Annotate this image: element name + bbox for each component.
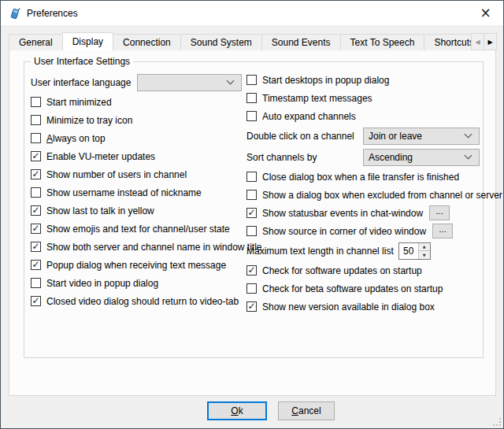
language-label: User interface language — [31, 77, 131, 88]
ok-button[interactable]: Ok — [207, 401, 267, 420]
checkbox-label: Minimize to tray icon — [46, 115, 132, 126]
language-row: User interface language — [31, 72, 242, 93]
checkbox-row: Minimize to tray icon — [31, 111, 242, 129]
checkbox-row: Show a dialog box when excluded from cha… — [246, 186, 480, 204]
checkbox-label: Popup dialog when receiving text message — [46, 260, 226, 271]
double-click-dropdown[interactable]: Join or leave — [363, 128, 480, 145]
tab-general[interactable]: General — [9, 34, 63, 50]
spinner-buttons: ▲ ▼ — [418, 243, 430, 259]
tab-display[interactable]: Display — [62, 32, 113, 50]
chevron-down-icon — [227, 77, 235, 85]
tab-scroll-right-button[interactable]: ▶ — [484, 33, 497, 50]
checkbox-label: Start video in popup dialog — [46, 278, 158, 289]
checkbox-unchecked[interactable] — [31, 97, 41, 107]
checkbox-row: ✓Show number of users in channel — [31, 165, 242, 183]
tab-connection[interactable]: Connection — [113, 34, 181, 50]
checkbox-unchecked[interactable] — [246, 172, 257, 182]
checkbox-checked[interactable]: ✓ — [31, 296, 41, 306]
tab-scroll-buttons: ◀ ▶ — [472, 33, 497, 50]
checkbox-unchecked[interactable] — [246, 226, 257, 236]
checkbox-row: ✓Closed video dialog should return to vi… — [31, 292, 242, 310]
checkbox-row: Start video in popup dialog — [31, 274, 242, 292]
right-top-checkbox-list: Start desktops in popup dialogTimestamp … — [246, 71, 480, 125]
checkbox-checked[interactable]: ✓ — [246, 301, 257, 312]
checkbox-row: ✓Popup dialog when receiving text messag… — [31, 256, 242, 274]
checkbox-label: Show number of users in channel — [46, 169, 187, 180]
checkbox-row: Check for beta software updates on start… — [246, 279, 480, 298]
checkbox-label: Check for beta software updates on start… — [262, 283, 443, 294]
scroll-left-icon: ◀ — [475, 39, 480, 46]
checkbox-row: Show source in corner of video window... — [246, 222, 480, 240]
right-bottom-checkbox-list: ✓Check for software updates on startupCh… — [246, 261, 480, 316]
sort-channels-row: Sort channels by Ascending — [246, 146, 480, 168]
checkbox-label: Show statusbar events in chat-window — [262, 208, 423, 219]
checkbox-unchecked[interactable] — [246, 93, 257, 103]
checkbox-label: Show a dialog box when excluded from cha… — [262, 190, 502, 201]
checkbox-checked[interactable]: ✓ — [246, 265, 257, 276]
checkbox-row: Timestamp text messages — [246, 89, 480, 107]
tab-text-to-speech[interactable]: Text To Speech — [340, 34, 425, 50]
checkbox-checked[interactable]: ✓ — [31, 169, 41, 179]
double-click-label: Double click on a channel — [246, 131, 363, 142]
checkbox-label: Show emojis and text for channel/user st… — [46, 224, 230, 235]
preferences-dialog: Preferences × GeneralDisplayConnectionSo… — [0, 0, 504, 429]
checkbox-label: Show last to talk in yellow — [46, 205, 154, 216]
display-tab-page: User Interface Settings User interface l… — [9, 50, 496, 396]
spin-up-icon[interactable]: ▲ — [419, 243, 430, 252]
checkbox-row: Auto expand channels — [246, 107, 480, 125]
checkbox-unchecked[interactable] — [246, 283, 257, 294]
checkbox-row: ✓Show last to talk in yellow — [31, 202, 242, 220]
checkbox-checked[interactable]: ✓ — [246, 208, 257, 218]
close-icon[interactable]: × — [468, 1, 503, 24]
tab-scroll-left-button[interactable]: ◀ — [471, 33, 484, 50]
checkbox-unchecked[interactable] — [246, 111, 257, 121]
checkbox-label: Show username instead of nickname — [46, 187, 202, 198]
spinner-value: 50 — [399, 243, 418, 259]
checkbox-unchecked[interactable] — [31, 115, 41, 125]
checkbox-checked[interactable]: ✓ — [31, 224, 41, 234]
checkbox-checked[interactable]: ✓ — [31, 260, 41, 270]
checkbox-unchecked[interactable] — [31, 187, 41, 198]
sort-channels-value: Ascending — [369, 152, 465, 163]
checkbox-label: Show source in corner of video window — [262, 226, 426, 237]
right-column: Start desktops in popup dialogTimestamp … — [246, 71, 480, 316]
ellipsis-button[interactable]: ... — [429, 205, 450, 220]
checkbox-row: ✓Show emojis and text for channel/user s… — [31, 220, 242, 238]
checkbox-label: Start desktops in popup dialog — [262, 75, 389, 86]
ellipsis-button[interactable]: ... — [432, 224, 453, 239]
cancel-button[interactable]: Cancel — [278, 401, 335, 420]
group-title: User Interface Settings — [31, 56, 133, 67]
checkbox-label: Auto expand channels — [262, 111, 356, 122]
checkbox-label: Timestamp text messages — [262, 93, 372, 104]
language-dropdown[interactable] — [137, 74, 242, 91]
checkbox-label: Start minimized — [46, 97, 112, 108]
checkbox-row: ✓Show both server and channel name in wi… — [31, 238, 242, 256]
checkbox-checked[interactable]: ✓ — [31, 205, 41, 216]
checkbox-row: ✓Check for software updates on startup — [246, 261, 480, 279]
double-click-value: Join or leave — [369, 131, 465, 142]
checkbox-unchecked[interactable] — [246, 75, 257, 85]
checkbox-label: Show both server and channel name in win… — [46, 242, 262, 253]
title-bar: Preferences × — [1, 1, 503, 25]
checkbox-checked[interactable]: ✓ — [31, 242, 41, 252]
checkbox-label: Close dialog box when a file transfer is… — [262, 172, 459, 183]
max-text-length-row: Maximum text length in channel list 50 ▲… — [246, 240, 480, 261]
spin-down-icon[interactable]: ▼ — [419, 251, 430, 259]
sort-channels-dropdown[interactable]: Ascending — [363, 149, 480, 166]
checkbox-label: Always on top — [46, 133, 106, 144]
teamtalk-logo-icon — [8, 6, 21, 20]
checkbox-unchecked[interactable] — [31, 133, 41, 143]
scroll-right-icon: ▶ — [487, 39, 492, 46]
sort-channels-label: Sort channels by — [246, 152, 363, 163]
tab-sound-events[interactable]: Sound Events — [261, 34, 341, 50]
chevron-down-icon — [465, 131, 472, 139]
checkbox-row: Start minimized — [31, 93, 242, 111]
checkbox-unchecked[interactable] — [246, 190, 257, 200]
checkbox-checked[interactable]: ✓ — [31, 151, 41, 161]
resize-grip[interactable] — [493, 418, 501, 426]
left-checkbox-list: Start minimizedMinimize to tray iconAlwa… — [31, 93, 242, 310]
checkbox-row: Close dialog box when a file transfer is… — [246, 168, 480, 186]
max-text-length-spinner[interactable]: 50 ▲ ▼ — [398, 242, 431, 260]
checkbox-unchecked[interactable] — [31, 278, 41, 288]
tab-sound-system[interactable]: Sound System — [180, 34, 262, 50]
